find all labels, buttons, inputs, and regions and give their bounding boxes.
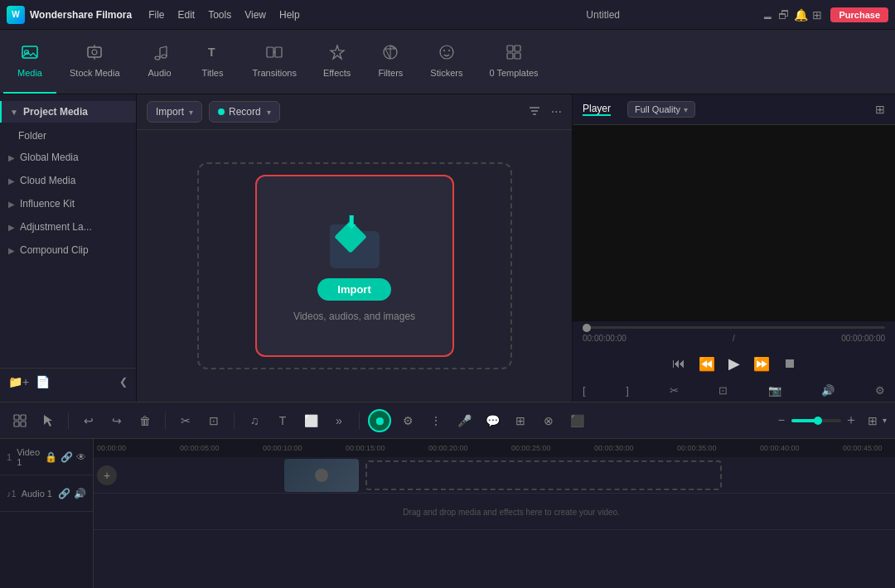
frame-back-icon[interactable]: ⏪ <box>699 356 715 372</box>
tab-filters[interactable]: Filters <box>364 30 417 94</box>
tab-media[interactable]: Media <box>3 30 56 94</box>
voiceover-icon[interactable]: 💬 <box>481 409 504 432</box>
player-progress-bar[interactable] <box>583 326 885 329</box>
zoom-in-icon[interactable]: ＋ <box>844 412 858 429</box>
clip-icon[interactable]: ✂ <box>670 384 679 397</box>
sidebar-item-compound-clip[interactable]: ▶ Compound Clip <box>0 239 136 262</box>
player-timeline-bar: 00:00:00:00 / 00:00:00:00 <box>573 321 895 348</box>
svg-rect-28 <box>14 415 19 420</box>
tab-stickers[interactable]: Stickers <box>417 30 476 94</box>
video-drop-zone[interactable] <box>365 460 722 490</box>
add-media-icon[interactable]: 📄 <box>36 375 50 388</box>
sidebar-collapse-icon[interactable]: ❮ <box>119 376 128 388</box>
filter-icon[interactable] <box>528 104 541 120</box>
crop-icon[interactable]: ⊡ <box>202 409 225 432</box>
split-icon[interactable]: ⋮ <box>424 409 448 432</box>
video-link-icon[interactable]: 🔗 <box>60 451 73 463</box>
sidebar-item-adjustment[interactable]: ▶ Adjustment La... <box>0 215 136 239</box>
skip-back-icon[interactable]: ⏮ <box>672 356 685 371</box>
tab-transitions[interactable]: Transitions <box>239 30 310 94</box>
tab-templates[interactable]: 0 Templates <box>476 30 551 94</box>
adjustment-arrow-icon: ▶ <box>8 223 15 232</box>
gear-icon[interactable]: ⚙ <box>396 409 419 432</box>
record-dot-icon <box>218 108 225 115</box>
mic-icon[interactable]: 🎤 <box>452 409 476 432</box>
minimize-icon[interactable]: 🗕 <box>761 8 774 22</box>
delete-icon[interactable]: 🗑 <box>133 409 157 432</box>
menu-help[interactable]: Help <box>279 9 300 21</box>
volume-icon[interactable]: 🔊 <box>821 384 835 397</box>
track-select-icon[interactable] <box>8 409 31 432</box>
menu-edit[interactable]: Edit <box>177 9 195 21</box>
record-button[interactable]: Record ▾ <box>209 101 280 123</box>
ruler-mark-8: 00:00:40:00 <box>760 444 843 452</box>
sidebar-item-global-media[interactable]: ▶ Global Media <box>0 146 136 169</box>
video-clip-thumbnail[interactable] <box>284 459 359 492</box>
ruler-mark-6: 00:00:30:00 <box>594 444 677 452</box>
color-icon[interactable]: ⬛ <box>565 409 588 432</box>
text-icon[interactable]: T <box>271 409 294 432</box>
mask-icon[interactable]: ⬜ <box>299 409 322 432</box>
player-header: Player Full Quality ▾ ⊞ <box>573 94 895 125</box>
audio-link-icon[interactable]: 🔗 <box>58 488 70 499</box>
video-lock-icon[interactable]: 🔒 <box>45 451 57 463</box>
mark-out-icon[interactable]: ] <box>626 384 629 397</box>
add-folder-icon[interactable]: 📁+ <box>8 375 29 388</box>
tab-stock-media[interactable]: Stock Media <box>56 30 133 94</box>
tab-effects[interactable]: Effects <box>310 30 364 94</box>
pip-icon[interactable]: ⊡ <box>718 384 728 397</box>
grid-view-icon[interactable]: ⊞ <box>868 414 878 427</box>
speed-icon[interactable]: ⊗ <box>537 409 560 432</box>
sidebar-item-influence-kit[interactable]: ▶ Influence Kit <box>0 192 136 215</box>
snapshot-icon[interactable]: 📷 <box>768 384 781 397</box>
menu-tools[interactable]: Tools <box>208 9 231 21</box>
tab-audio[interactable]: Audio <box>133 30 186 94</box>
audio-detach-icon[interactable]: ♫ <box>243 409 266 432</box>
svg-point-7 <box>162 55 167 58</box>
undo-icon[interactable]: ↩ <box>77 409 100 432</box>
grid-icon[interactable]: ⊞ <box>810 8 824 22</box>
player-progress-knob[interactable] <box>583 324 591 332</box>
svg-rect-21 <box>507 46 513 51</box>
video-track-icons: 🔒 🔗 👁 <box>45 451 86 463</box>
import-button[interactable]: Import ▾ <box>147 101 202 123</box>
stop-icon[interactable]: ⏹ <box>783 356 796 371</box>
zoom-knob[interactable] <box>814 417 822 425</box>
grid-dropdown-icon[interactable]: ▾ <box>883 416 887 425</box>
sidebar-project-media[interactable]: ▼ Project Media <box>0 101 136 123</box>
menu-file[interactable]: File <box>148 9 164 21</box>
sidebar-item-cloud-media[interactable]: ▶ Cloud Media <box>0 169 136 192</box>
drag-hint-text: Drag and drop media and effects here to … <box>403 507 620 516</box>
import-green-button[interactable]: Import <box>317 278 390 301</box>
mark-in-icon[interactable]: [ <box>583 384 586 397</box>
zoom-bar[interactable] <box>791 419 841 422</box>
transition-icon[interactable]: ⊞ <box>509 409 532 432</box>
svg-point-19 <box>443 50 445 51</box>
settings-icon[interactable]: ⚙ <box>875 384 885 397</box>
menu-view[interactable]: View <box>244 9 266 21</box>
tab-titles[interactable]: T Titles <box>186 30 239 94</box>
ruler-mark-0: 00:00:00 <box>97 444 180 452</box>
audio-volume-icon[interactable]: 🔊 <box>74 488 86 499</box>
timeline-record-button[interactable]: ⏺ <box>368 409 391 432</box>
notifications-icon[interactable]: 🔔 <box>794 8 807 22</box>
video-eye-icon[interactable]: 👁 <box>76 451 86 463</box>
more-tools-icon[interactable]: » <box>327 409 351 432</box>
add-track-button[interactable]: + <box>97 465 117 485</box>
quality-select[interactable]: Full Quality ▾ <box>627 101 695 118</box>
clip-thumb-inner <box>284 459 359 492</box>
content-toolbar: Import ▾ Record ▾ ··· <box>137 94 572 130</box>
frame-forward-icon[interactable]: ⏩ <box>753 356 770 372</box>
pointer-icon[interactable] <box>36 409 60 432</box>
more-options-icon[interactable]: ··· <box>551 104 562 119</box>
record-icon[interactable]: 🗗 <box>777 8 791 22</box>
sidebar-folder[interactable]: Folder <box>0 126 136 146</box>
import-box: ⬇ Import Videos, audios, and images <box>255 175 454 357</box>
fullscreen-icon[interactable]: ⊞ <box>875 103 885 116</box>
cut-icon[interactable]: ✂ <box>174 409 197 432</box>
redo-icon[interactable]: ↪ <box>105 409 128 432</box>
purchase-button[interactable]: Purchase <box>830 7 888 22</box>
zoom-out-icon[interactable]: － <box>775 412 788 429</box>
player-tab[interactable]: Player <box>583 103 611 116</box>
play-icon[interactable]: ▶ <box>728 354 740 373</box>
